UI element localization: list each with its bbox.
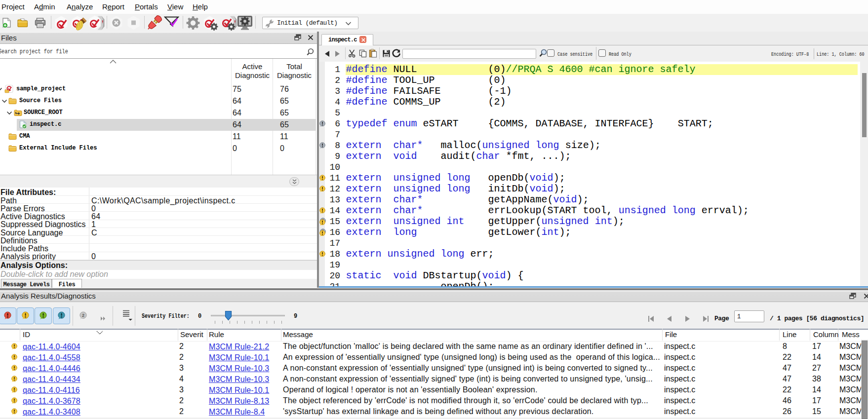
svg-text:2: 2 xyxy=(82,313,84,318)
